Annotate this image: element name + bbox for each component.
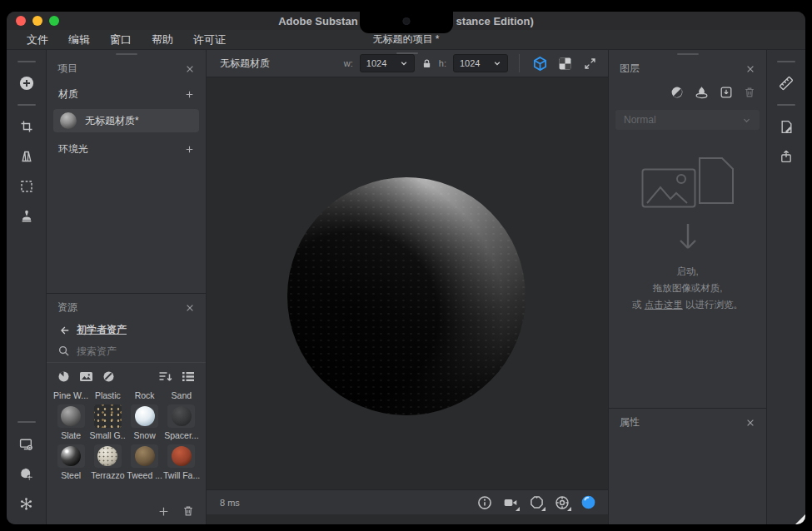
crop-tool-button[interactable]	[12, 114, 41, 139]
close-icon	[745, 64, 755, 74]
layers-panel-close-button[interactable]	[745, 64, 755, 74]
asset-item-terrazzo[interactable]: Terrazzo	[89, 444, 126, 484]
share-button[interactable]	[772, 144, 800, 169]
ground-button[interactable]	[553, 494, 571, 512]
toolbar-divider	[17, 104, 36, 106]
add-material-button[interactable]	[185, 90, 194, 99]
menu-help[interactable]: 帮助	[152, 32, 173, 47]
assets-back-link[interactable]: 初学者资产	[47, 320, 206, 339]
layer-dropzone[interactable]: 启动, 拖放图像或材质, 或 点击这里 以进行浏览。	[609, 133, 766, 408]
blend-mode-select[interactable]: Normal	[615, 110, 760, 130]
browse-link[interactable]: 点击这里	[645, 300, 683, 310]
add-button[interactable]	[12, 71, 41, 96]
list-view-button[interactable]	[182, 370, 195, 383]
current-project-title: 无标题的项目 *	[372, 32, 439, 47]
window-title-right: stance Edition)	[456, 15, 534, 27]
materials-section-header: 材质	[47, 81, 206, 108]
menu-license[interactable]: 许可证	[193, 32, 226, 47]
menu-file[interactable]: 文件	[27, 32, 48, 47]
viewport: 无标题材质 w: 1024	[207, 50, 609, 524]
trash-icon	[182, 505, 194, 517]
asset-item-slate[interactable]: Slate	[52, 404, 89, 444]
delete-layer-button[interactable]	[744, 87, 755, 98]
menu-window[interactable]: 窗口	[110, 32, 132, 47]
plugins-button[interactable]	[12, 491, 41, 516]
zoom-window-button[interactable]	[49, 16, 59, 26]
project-panel: 项目 材质	[47, 50, 206, 293]
add-layer-drop-button[interactable]	[695, 85, 709, 99]
project-panel-close-button[interactable]	[185, 64, 195, 74]
height-label: h:	[439, 58, 446, 68]
lock-icon	[421, 58, 432, 69]
panel-drag-handle[interactable]	[396, 52, 418, 54]
asset-thumbnail	[94, 444, 122, 468]
sort-button[interactable]	[158, 370, 172, 383]
assets-panel-close-button[interactable]	[185, 303, 195, 313]
asset-item-spacer[interactable]: Spacer...	[163, 404, 200, 444]
main-area: 项目 材质	[7, 50, 805, 524]
window-resize-grip[interactable]	[795, 514, 805, 524]
project-panel-title: 项目	[57, 62, 77, 76]
asset-name: Small G...	[89, 428, 126, 444]
add-asset-button[interactable]	[158, 506, 169, 517]
material-list-item[interactable]: 无标题材质*	[53, 109, 199, 132]
height-select[interactable]: 1024	[453, 54, 508, 72]
assets-search-input[interactable]	[77, 345, 206, 357]
toolbar-divider	[17, 421, 36, 423]
environment-button[interactable]	[527, 494, 545, 512]
minimize-window-button[interactable]	[32, 16, 42, 26]
asset-thumbnail	[57, 444, 85, 468]
info-icon	[477, 495, 492, 510]
material-preview-sphere[interactable]	[287, 177, 526, 415]
filter-image-button[interactable]	[79, 370, 93, 383]
asset-item-tweed[interactable]: Tweed ...	[127, 444, 163, 484]
asset-item-pine-wood[interactable]: Pine W...	[52, 388, 89, 404]
measure-tool-button[interactable]	[772, 71, 800, 96]
fullscreen-button[interactable]	[580, 54, 599, 72]
marquee-select-button[interactable]	[12, 174, 41, 199]
render-settings-button[interactable]	[12, 461, 41, 486]
filter-material-sphere-button[interactable]	[57, 370, 70, 383]
filter-material-slash-button[interactable]	[102, 370, 115, 383]
lock-ratio-button[interactable]	[421, 58, 432, 69]
viewport-canvas[interactable]	[207, 77, 608, 489]
assets-panel: 资源 初学者资产	[47, 293, 206, 524]
assets-search[interactable]	[47, 339, 206, 362]
view-2d-button[interactable]	[555, 54, 574, 72]
dropdown-corner-icon	[541, 507, 545, 511]
clone-stamp-button[interactable]	[12, 204, 41, 229]
asset-item-snow[interactable]: Snow	[127, 404, 163, 444]
properties-panel-close-button[interactable]	[745, 418, 755, 428]
perspective-tool-button[interactable]	[12, 144, 41, 169]
camera-button[interactable]	[501, 494, 520, 512]
view-3d-button[interactable]	[531, 54, 549, 72]
window-title-left: Adobe Substan	[278, 15, 357, 27]
add-environment-button[interactable]	[185, 145, 194, 154]
close-window-button[interactable]	[16, 16, 26, 26]
assets-footer	[47, 500, 206, 524]
add-adjustment-button[interactable]	[670, 86, 684, 99]
viewport-topbar: 无标题材质 w: 1024	[207, 50, 608, 77]
asset-item-rock[interactable]: Rock	[127, 388, 163, 404]
asset-item-plastic[interactable]: Plastic	[89, 388, 126, 404]
image-outline-icon	[641, 168, 696, 208]
asset-item-sand[interactable]: Sand	[163, 388, 200, 404]
info-button[interactable]	[476, 494, 494, 512]
asset-item-small-gravel[interactable]: Small G...	[89, 404, 126, 444]
asset-name: Terrazzo	[91, 468, 124, 484]
edit-document-button[interactable]	[772, 114, 800, 139]
width-select[interactable]: 1024	[360, 54, 415, 72]
asset-item-twill-fabric[interactable]: Twill Fa...	[163, 444, 200, 484]
display-settings-button[interactable]	[12, 431, 41, 456]
asset-thumbnail	[167, 444, 195, 468]
asset-item-steel[interactable]: Steel	[52, 444, 89, 484]
delete-asset-button[interactable]	[182, 505, 194, 517]
crop-icon	[20, 120, 33, 133]
import-layer-button[interactable]	[720, 86, 733, 99]
material-ball-toggle[interactable]	[579, 494, 597, 512]
chevron-down-icon	[400, 59, 408, 67]
menu-edit[interactable]: 编辑	[68, 32, 90, 47]
width-value: 1024	[366, 58, 386, 68]
left-toolbar	[7, 50, 47, 524]
material-sphere-icon	[57, 370, 70, 383]
